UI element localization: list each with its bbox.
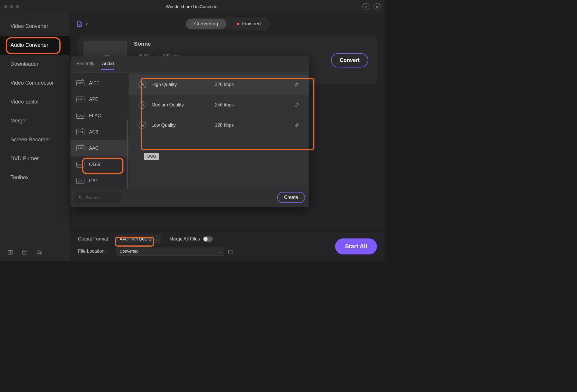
sidebar-item-screen-recorder[interactable]: Screen Recorder [0, 130, 70, 149]
account-icon[interactable] [362, 3, 369, 10]
sidebar-item-toolbox[interactable]: Toolbox [0, 168, 70, 187]
format-aac[interactable]: AACAAC [70, 140, 129, 156]
edit-icon[interactable] [294, 102, 299, 108]
quality-row-low[interactable]: Low Quality 128 kbps [129, 115, 309, 136]
popover-tab-recently[interactable]: Recently [76, 60, 95, 70]
start-all-button[interactable]: Start All [335, 238, 377, 254]
quality-pane: High Quality 320 kbps Medium Quality 256… [129, 73, 309, 189]
community-icon[interactable] [36, 249, 43, 256]
format-caf[interactable]: CAFCAF [70, 173, 129, 189]
help-icon[interactable] [22, 249, 28, 256]
zoom-dot[interactable] [16, 5, 19, 8]
finished-dot-icon [237, 23, 239, 25]
convert-button[interactable]: Convert [331, 53, 368, 67]
format-list: AIFFAIFF APEAPE FLACFLAC AC3AC3 AACAAC O… [70, 73, 129, 189]
edit-icon[interactable] [294, 82, 299, 87]
quality-label: Medium Quality [151, 102, 210, 108]
header-tabs: Converting Finished [70, 17, 385, 30]
format-flac[interactable]: FLACFLAC [70, 108, 129, 124]
minimize-dot[interactable] [10, 5, 13, 8]
file-location-value: Converted [120, 249, 139, 254]
titlebar: Wondershare UniConverter [0, 0, 385, 13]
main: Converting Finished Sonne [70, 13, 385, 261]
menu-icon[interactable] [374, 3, 380, 10]
merge-toggle[interactable] [203, 236, 213, 242]
quality-rate: 256 kbps [215, 102, 234, 108]
quality-rate: 320 kbps [215, 82, 234, 87]
file-meta: Sonne FLAC 861 kbps [134, 41, 181, 58]
file-name: Sonne [134, 41, 181, 47]
close-dot[interactable] [4, 5, 8, 8]
chevron-down-icon: ⌄ [155, 237, 158, 241]
merge-label: Merge All Files [169, 236, 200, 242]
quality-row-high[interactable]: High Quality 320 kbps [129, 74, 309, 95]
open-folder-icon[interactable] [228, 248, 233, 254]
format-aiff[interactable]: AIFFAIFF [70, 75, 129, 91]
content: Sonne FLAC 861 kbps Convert Recently Aud… [70, 34, 385, 231]
sidebar-item-video-compressor[interactable]: Video Compressor [0, 74, 70, 92]
output-format-value: AAC-High Quality [120, 237, 152, 241]
sidebar-item-video-editor[interactable]: Video Editor [0, 92, 70, 111]
sidebar-item-video-converter[interactable]: Video Converter [0, 17, 70, 36]
svg-point-2 [40, 251, 41, 253]
app-title: Wondershare UniConverter [0, 4, 385, 9]
window-controls [4, 5, 19, 8]
popover-tabs: Recently Audio [70, 56, 309, 73]
title-right [362, 3, 380, 10]
search-input[interactable] [85, 195, 117, 200]
sidebar-item-audio-converter[interactable]: Audio Converter [0, 36, 70, 55]
search-input-wrapper [75, 193, 121, 203]
body: Video Converter Audio Converter Download… [0, 13, 385, 261]
top-row: Converting Finished [70, 13, 385, 34]
svg-point-1 [38, 251, 40, 252]
quality-label: High Quality [151, 82, 210, 87]
format-ac3[interactable]: AC3AC3 [70, 124, 129, 140]
format-ape[interactable]: APEAPE [70, 91, 129, 108]
popover-footer: Create [70, 189, 309, 207]
sidebar-item-dvd-burner[interactable]: DVD Burner [0, 149, 70, 168]
svg-point-9 [79, 196, 81, 198]
disc-icon [139, 81, 146, 88]
sidebar-item-merger[interactable]: Merger [0, 111, 70, 130]
file-location-select[interactable]: Converted ⌄ [116, 247, 224, 256]
tab-finished[interactable]: Finished [229, 19, 269, 29]
format-ogg[interactable]: OGGOGG [70, 156, 129, 173]
sidebar: Video Converter Audio Converter Download… [0, 13, 70, 261]
tab-finished-label: Finished [242, 21, 261, 27]
svg-point-8 [142, 125, 143, 126]
edit-icon[interactable] [294, 123, 299, 128]
svg-point-4 [142, 84, 143, 85]
tab-converting[interactable]: Converting [186, 19, 226, 29]
chevron-down-icon: ⌄ [217, 249, 221, 254]
quality-label: Low Quality [151, 123, 210, 128]
popover-tab-audio[interactable]: Audio [101, 60, 114, 70]
tooltip-ogg: OGG [144, 153, 159, 160]
format-scrollbar[interactable] [127, 119, 128, 189]
window: Wondershare UniConverter Video Converter… [0, 0, 385, 261]
sidebar-footer [0, 245, 70, 261]
disc-icon [139, 122, 146, 129]
create-button[interactable]: Create [277, 192, 305, 203]
popover-body: AIFFAIFF APEAPE FLACFLAC AC3AC3 AACAAC O… [70, 73, 309, 189]
tabs-pill: Converting Finished [185, 17, 270, 30]
output-format-label: Output Format: [78, 236, 113, 242]
format-popover: Recently Audio AIFFAIFF APEAPE FLACFLAC … [70, 56, 309, 207]
output-format-select[interactable]: AAC-High Quality ⌄ [116, 235, 161, 243]
tutorial-icon[interactable] [7, 249, 13, 256]
merge-toggle-row: Merge All Files [169, 236, 213, 242]
quality-row-medium[interactable]: Medium Quality 256 kbps [129, 95, 309, 115]
search-icon [79, 195, 82, 200]
bottom-bar: Output Format: AAC-High Quality ⌄ Merge … [70, 231, 385, 261]
svg-point-6 [142, 105, 143, 105]
disc-icon [139, 101, 146, 109]
sidebar-item-downloader[interactable]: Downloader [0, 55, 70, 74]
tab-converting-label: Converting [194, 21, 218, 27]
quality-rate: 128 kbps [215, 123, 234, 128]
file-location-label: File Location: [78, 249, 113, 254]
